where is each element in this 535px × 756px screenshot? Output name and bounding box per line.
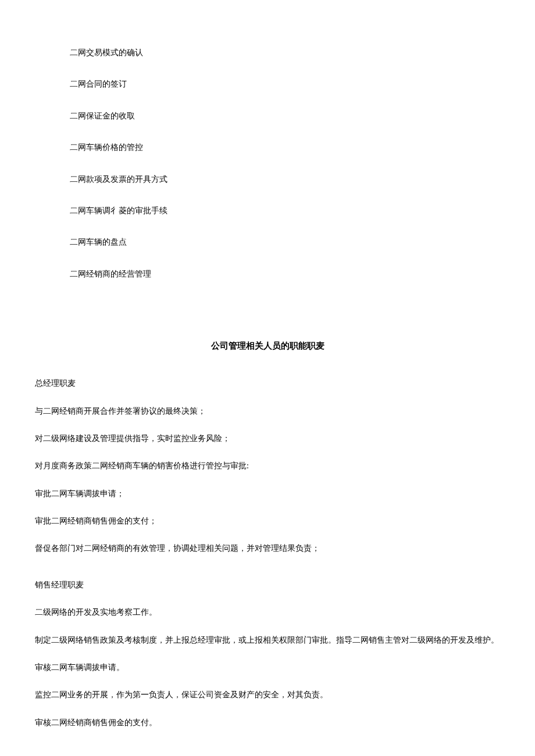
role1-item: 对月度商务政策二网经销商车辆的销害价格进行管控与审批:: [35, 460, 500, 472]
role2-section: 销售经理职麦 二级网络的开发及实地考察工作。 制定二级网络销售政策及考核制度，并…: [35, 579, 500, 729]
role2-item: 监控二网业务的开展，作为第一负责人，保证公司资金及财产的安全，对其负责。: [35, 689, 500, 701]
role1-item: 督促各部门对二网经销商的有效管理，协调处理相关问题，并对管理结果负责；: [35, 542, 500, 555]
list-item: 二网经销商的经营管理: [70, 268, 500, 281]
role1-heading: 总经理职麦: [35, 377, 500, 390]
role2-item: 制定二级网络销售政策及考核制度，并上报总经理审批，或上报相关权限部门审批。指导二…: [35, 634, 500, 647]
list-item: 二网交易模式的确认: [70, 46, 500, 59]
role2-item: 审核二网经销商销售佣金的支付。: [35, 716, 500, 729]
list-item: 二网合同的签订: [70, 78, 500, 91]
indented-list: 二网交易模式的确认 二网合同的签订 二网保证金的收取 二网车辆价格的管控 二网款…: [35, 46, 500, 281]
list-item: 二网款项及发票的开具方式: [70, 173, 500, 186]
role1-item: 审批二网车辆调拔申请；: [35, 488, 500, 500]
list-item: 二网车辆调彳菱的审批手续: [70, 205, 500, 217]
list-item: 二网车辆价格的管控: [70, 141, 500, 154]
role2-item: 审核二网车辆调拔申请。: [35, 661, 500, 674]
section-title: 公司管理相关人员的职能职麦: [35, 339, 500, 353]
role1-item: 审批二网经销商销售佣金的支付；: [35, 515, 500, 528]
list-item: 二网车辆的盘点: [70, 236, 500, 249]
role1-section: 总经理职麦 与二网经销商开展合作并签署协议的最终决策； 对二级网络建设及管理提供…: [35, 377, 500, 556]
role1-item: 与二网经销商开展合作并签署协议的最终决策；: [35, 405, 500, 418]
role2-item: 二级网络的开发及实地考察工作。: [35, 606, 500, 619]
role2-heading: 销售经理职麦: [35, 579, 500, 592]
role1-item: 对二级网络建设及管理提供指导，实时监控业务风险；: [35, 432, 500, 445]
list-item: 二网保证金的收取: [70, 110, 500, 123]
